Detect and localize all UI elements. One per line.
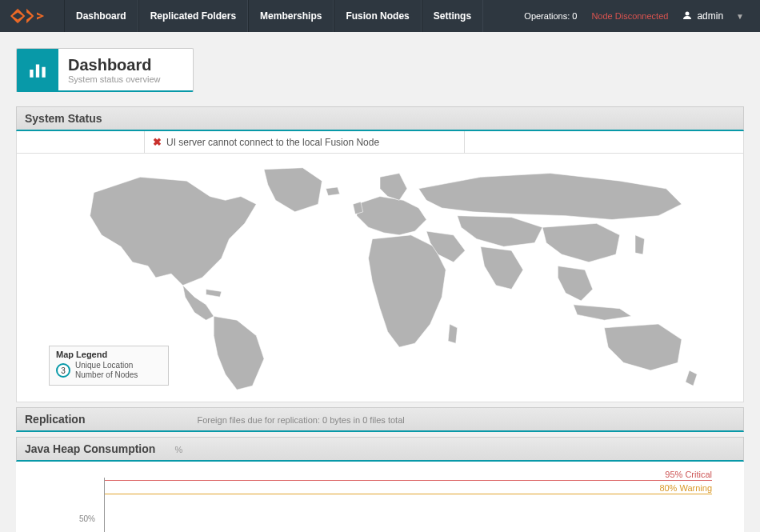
- user-icon: [682, 10, 692, 22]
- nav-item-replicated-folders[interactable]: Replicated Folders: [138, 0, 248, 32]
- svg-marker-3: [37, 12, 44, 19]
- nav-item-dashboard[interactable]: Dashboard: [64, 0, 138, 32]
- operations-count: 0: [572, 11, 577, 21]
- operations-indicator[interactable]: Operations: 0: [524, 11, 577, 21]
- page-subtitle: System status overview: [68, 74, 161, 84]
- page-title-card: Dashboard System status overview: [16, 48, 194, 92]
- heap-warning-line: 80% Warning: [105, 494, 712, 494]
- page-body: Dashboard System status overview System …: [0, 32, 760, 532]
- nav-item-fusion-nodes[interactable]: Fusion Nodes: [334, 0, 421, 32]
- legend-line-2: Number of Nodes: [75, 370, 138, 380]
- panel-title: Java Heap Consumption: [25, 442, 155, 455]
- panel-system-status: System Status ✖ UI server cannot connect…: [16, 106, 744, 402]
- dashboard-icon: [17, 49, 58, 90]
- heap-ytick-50: 50%: [79, 514, 95, 523]
- map-legend: Map Legend 3 Unique Location Number of N…: [49, 346, 169, 386]
- legend-node-badge: 3: [56, 363, 70, 378]
- svg-marker-2: [26, 9, 34, 23]
- page-title: Dashboard: [68, 56, 161, 74]
- error-icon: ✖: [153, 136, 162, 148]
- panel-header-heap: Java Heap Consumption %: [16, 437, 744, 462]
- node-status: Node Disconnected: [591, 11, 668, 21]
- svg-rect-7: [42, 67, 45, 78]
- alert-text: UI server cannot connect to the local Fu…: [166, 137, 379, 148]
- heap-chart-area: 95% Critical 80% Warning 50%: [16, 462, 744, 532]
- panel-title: System Status: [25, 112, 102, 125]
- heap-critical-label: 95% Critical: [665, 470, 712, 479]
- caret-down-icon: ▼: [736, 12, 744, 21]
- top-nav: Dashboard Replicated Folders Memberships…: [0, 0, 760, 32]
- user-menu[interactable]: admin ▼: [682, 10, 744, 22]
- heap-critical-line: 95% Critical: [105, 480, 712, 481]
- panel-header-system-status: System Status: [16, 106, 744, 131]
- operations-label: Operations:: [524, 11, 570, 21]
- legend-title: Map Legend: [56, 350, 162, 359]
- legend-line-1: Unique Location: [75, 361, 138, 370]
- brand-logo[interactable]: [0, 0, 64, 32]
- svg-point-4: [686, 11, 690, 15]
- nav-items: Dashboard Replicated Folders Memberships…: [64, 0, 483, 32]
- panel-header-replication[interactable]: Replication Foreign files due for replic…: [16, 407, 744, 432]
- svg-marker-0: [10, 9, 18, 23]
- panel-heap: Java Heap Consumption % 95% Critical 80%…: [16, 437, 744, 532]
- user-name: admin: [697, 10, 723, 22]
- brand-logo-icon: [10, 7, 54, 25]
- svg-marker-1: [18, 9, 25, 23]
- alert-row: ✖ UI server cannot connect to the local …: [17, 131, 743, 154]
- panel-title: Replication: [25, 413, 85, 426]
- nav-right: Operations: 0 Node Disconnected admin ▼: [524, 0, 760, 32]
- heap-unit: %: [174, 445, 182, 454]
- panel-replication: Replication Foreign files due for replic…: [16, 407, 744, 432]
- nav-item-memberships[interactable]: Memberships: [248, 0, 334, 32]
- nav-item-settings[interactable]: Settings: [422, 0, 483, 32]
- replication-summary: Foreign files due for replication: 0 byt…: [197, 415, 404, 425]
- alert-message-cell: ✖ UI server cannot connect to the local …: [145, 131, 465, 153]
- heap-chart: 95% Critical 80% Warning 50%: [104, 478, 624, 532]
- alert-empty-cell: [17, 131, 145, 153]
- alert-empty-right: [465, 131, 743, 153]
- heap-warning-label: 80% Warning: [659, 483, 712, 493]
- svg-rect-6: [36, 65, 39, 78]
- svg-rect-5: [30, 70, 33, 78]
- world-map[interactable]: Map Legend 3 Unique Location Number of N…: [17, 154, 743, 402]
